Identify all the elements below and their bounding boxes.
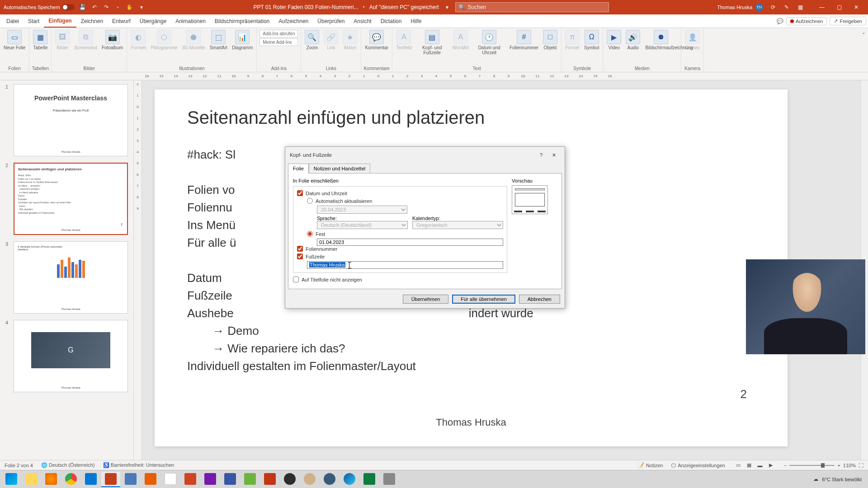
brush-icon[interactable]: ✎	[783, 4, 790, 11]
slidenumber-button[interactable]: #Foliennummer	[508, 29, 540, 51]
tab-start[interactable]: Start	[24, 14, 44, 28]
tab-aufzeichnen[interactable]: Aufzeichnen	[274, 14, 313, 28]
taskbar-chrome[interactable]	[61, 472, 80, 487]
zoom-level[interactable]: 110%	[843, 463, 856, 468]
collapse-ribbon-icon[interactable]: ⌄	[862, 30, 865, 35]
qa-icon[interactable]: ▫	[114, 4, 122, 11]
sync-icon[interactable]: ⟳	[769, 4, 777, 11]
language-status[interactable]: 🌐 Deutsch (Österreich)	[41, 462, 95, 468]
cameo-button[interactable]: 👤Cameo	[683, 29, 701, 51]
taskbar-app-3[interactable]	[181, 472, 200, 487]
share-button[interactable]: ↗Freigeben	[830, 17, 866, 25]
table-button[interactable]: ▦Tabelle	[31, 29, 49, 51]
get-addins-button[interactable]: Add-Ins abrufen	[259, 30, 298, 38]
tab-datei[interactable]: Datei	[2, 14, 24, 28]
touch-icon[interactable]: ✋	[126, 4, 133, 11]
taskbar-app-8[interactable]	[380, 472, 399, 487]
dialog-tab-notizen[interactable]: Notizen und Handzettel	[309, 164, 370, 174]
tab-animationen[interactable]: Animationen	[171, 14, 210, 28]
photoalbum-button[interactable]: 📷Fotoalbum	[100, 29, 125, 51]
reading-view-button[interactable]: ▬	[755, 461, 765, 469]
cancel-button[interactable]: Abbrechen	[519, 295, 560, 304]
tab-hilfe[interactable]: Hilfe	[406, 14, 426, 28]
taskbar-app-6[interactable]	[300, 472, 319, 487]
display-settings-button[interactable]: 🖵 Anzeigeeinstellungen	[671, 463, 725, 468]
notes-button[interactable]: 📝 Notizen	[638, 462, 663, 468]
3d-button[interactable]: ⬢3D-Modelle	[180, 29, 207, 51]
fixed-date-input[interactable]	[317, 239, 503, 246]
tab-uebergaenge[interactable]: Übergänge	[135, 14, 171, 28]
sorter-view-button[interactable]: ▦	[744, 461, 754, 469]
footer-checkbox[interactable]: Fußzeile	[297, 253, 503, 259]
taskbar-app-7[interactable]	[320, 472, 339, 487]
screenshot-button[interactable]: ⧉Screenshot	[72, 29, 99, 51]
dialog-tab-folie[interactable]: Folie	[288, 164, 309, 174]
redo-icon[interactable]: ↷	[103, 4, 110, 11]
equation-button[interactable]: πFormel	[563, 29, 581, 51]
apply-all-button[interactable]: Für alle übernehmen	[452, 295, 515, 304]
wordart-button[interactable]: AWordArt	[451, 29, 471, 51]
autosave-switch-icon[interactable]	[62, 4, 75, 10]
minimize-button[interactable]: —	[814, 1, 830, 13]
maximize-button[interactable]: ▢	[831, 1, 847, 13]
action-button[interactable]: ★Aktion	[341, 29, 359, 51]
header-footer-button[interactable]: ▤Kopf- und Fußzeile	[415, 29, 450, 56]
taskbar-app-2[interactable]	[161, 472, 180, 487]
tab-ansicht[interactable]: Ansicht	[349, 14, 376, 28]
chevron-down-icon[interactable]: ▾	[443, 4, 451, 11]
record-button[interactable]: Aufzeichnen	[786, 17, 827, 25]
start-button[interactable]	[2, 472, 21, 487]
zoom-in-button[interactable]: +	[837, 463, 840, 468]
auto-radio[interactable]: Automatisch aktualisieren	[307, 198, 503, 204]
taskbar-edge[interactable]	[340, 472, 359, 487]
taskbar-excel[interactable]	[360, 472, 379, 487]
taskbar-powerpoint[interactable]	[101, 472, 120, 487]
taskbar-weather[interactable]: ☁ 6°C Stark bewölkt	[809, 476, 866, 482]
zoom-slider[interactable]	[789, 465, 835, 466]
user-account[interactable]: Thomas Hruska TH	[717, 3, 763, 11]
taskbar-app-4[interactable]	[241, 472, 259, 487]
thumbnail-2[interactable]: 2 Seitenanzahl einfügen und platzieren #…	[5, 163, 128, 235]
link-button[interactable]: 🔗Link	[322, 29, 340, 51]
slide-title[interactable]: Seitenanzahl einfügen und platzieren	[187, 108, 755, 128]
tab-ueberpruefen[interactable]: Überprüfen	[313, 14, 349, 28]
date-checkbox[interactable]: Datum und Uhrzeit	[297, 190, 503, 196]
app-icon[interactable]: ▦	[797, 4, 804, 11]
taskbar-obs[interactable]	[280, 472, 299, 487]
tab-entwurf[interactable]: Entwurf	[108, 14, 135, 28]
dialog-help-button[interactable]: ?	[535, 150, 547, 160]
normal-view-button[interactable]: ▭	[733, 461, 743, 469]
hide-on-title-checkbox[interactable]: Auf Titelfolie nicht anzeigen	[293, 277, 507, 282]
taskbar-outlook[interactable]	[81, 472, 100, 487]
accessibility-status[interactable]: ♿ Barrierefreiheit: Untersuchen	[103, 462, 175, 468]
symbol-button[interactable]: ΩSymbol	[582, 29, 601, 51]
thumbnail-4[interactable]: 4 G Thomas Hruska	[5, 320, 128, 392]
file-name[interactable]: PPT 01 Roter Faden 003 Folien-Nummeri...	[254, 4, 359, 10]
tab-dictation[interactable]: Dictation	[376, 14, 406, 28]
my-addins-button[interactable]: Meine Add-Ins	[259, 38, 298, 46]
shapes-button[interactable]: ◐Formen	[129, 29, 148, 51]
audio-button[interactable]: 🔊Audio	[624, 29, 642, 51]
comments-icon[interactable]: 💬	[777, 18, 783, 24]
taskbar-firefox[interactable]	[42, 472, 61, 487]
taskbar-explorer[interactable]	[22, 472, 41, 487]
save-icon[interactable]: 💾	[79, 4, 86, 11]
new-slide-button[interactable]: ▭Neue Folie	[2, 29, 27, 51]
thumbnail-1[interactable]: 1 PowerPoint Masterclass Präsentieren wi…	[5, 84, 128, 156]
comment-button[interactable]: 💬Kommentar	[363, 29, 390, 51]
zoom-button[interactable]: 🔍Zoom	[303, 29, 321, 51]
object-button[interactable]: □Objekt	[541, 29, 559, 51]
fixed-radio[interactable]: Fest	[307, 231, 503, 237]
pictures-button[interactable]: 🖼Bilder	[53, 29, 71, 51]
close-button[interactable]: ✕	[848, 1, 864, 13]
video-button[interactable]: ▶Video	[605, 29, 623, 51]
search-box[interactable]: 🔍 Suchen	[455, 2, 609, 12]
autosave-toggle[interactable]: Automatisches Speichern	[4, 4, 75, 10]
fit-button[interactable]: ⛶	[859, 463, 863, 468]
taskbar-app-5[interactable]	[260, 472, 279, 487]
slide-panel[interactable]: 1 PowerPoint Masterclass Präsentieren wi…	[0, 80, 134, 464]
thumbnail-3[interactable]: 3 2 Vertikale Achsen (Primär sekundär)(s…	[5, 241, 128, 314]
smartart-button[interactable]: ⬚SmartArt	[208, 29, 229, 51]
slidenumber-checkbox[interactable]: Foliennummer	[297, 246, 503, 252]
taskbar-visio[interactable]	[221, 472, 240, 487]
